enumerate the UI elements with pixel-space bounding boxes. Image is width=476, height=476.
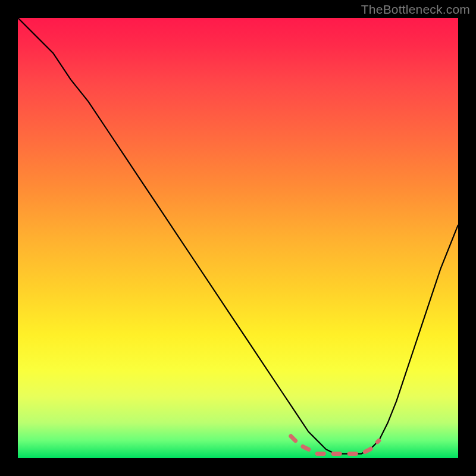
optimal-range-path <box>291 436 379 454</box>
watermark-text: TheBottleneck.com <box>361 2 470 17</box>
plot-area <box>18 18 458 458</box>
bottleneck-curve-path <box>18 18 458 454</box>
chart-frame: TheBottleneck.com <box>0 0 476 476</box>
curve-layer <box>18 18 458 458</box>
